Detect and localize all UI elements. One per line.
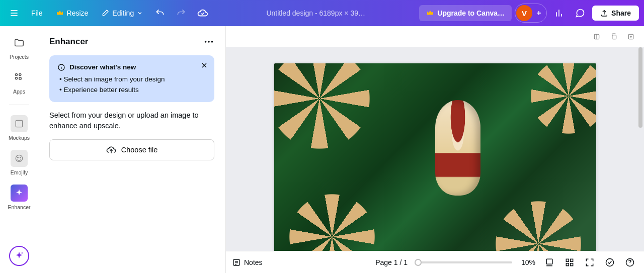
magic-fab[interactable] — [9, 246, 29, 266]
bar-chart-icon — [554, 8, 564, 18]
undo-icon — [155, 8, 165, 18]
choose-file-button[interactable]: Choose file — [49, 139, 214, 160]
svg-point-16 — [20, 157, 21, 158]
analytics-button[interactable] — [550, 5, 568, 21]
main-area: Projects Apps Mockups Emojify Enhancer — [0, 26, 644, 273]
vertical-scrollbar[interactable] — [638, 47, 643, 273]
file-menu[interactable]: File — [26, 6, 48, 20]
comments-button[interactable] — [571, 5, 589, 21]
svg-rect-13 — [16, 120, 22, 127]
scrollbar-thumb[interactable] — [638, 47, 642, 128]
zoom-slider[interactable] — [417, 261, 512, 263]
panel-description: Select from your design or upload an ima… — [49, 110, 214, 131]
grid-view-icon[interactable] — [565, 257, 575, 267]
nav-label: Apps — [13, 88, 25, 95]
ellipsis-icon — [203, 36, 214, 47]
choose-file-label: Choose file — [121, 146, 158, 154]
notes-label: Notes — [244, 258, 263, 266]
speech-bubble-icon — [575, 8, 585, 18]
info-bullet: • Select an image from your design — [59, 74, 206, 84]
svg-rect-37 — [546, 259, 552, 264]
redo-icon — [176, 8, 186, 18]
canvas-viewport[interactable] — [226, 47, 644, 251]
notes-button[interactable]: Notes — [232, 258, 263, 267]
emoji-icon — [14, 153, 24, 163]
hamburger-icon — [9, 8, 19, 18]
zoom-slider-thumb[interactable] — [415, 259, 422, 266]
nav-label: Projects — [10, 54, 29, 60]
upgrade-pill[interactable]: Upgrade to Canva… — [419, 5, 512, 21]
lock-aspect-icon[interactable] — [593, 33, 601, 41]
nav-label: Enhancer — [8, 204, 31, 210]
svg-rect-39 — [566, 259, 569, 261]
add-page-icon[interactable] — [627, 33, 635, 41]
cloud-sync-button[interactable] — [193, 5, 212, 22]
pencil-icon — [101, 9, 109, 17]
svg-rect-12 — [19, 77, 21, 79]
upgrade-label: Upgrade to Canva… — [437, 9, 505, 17]
add-collaborator-button[interactable] — [532, 7, 545, 20]
editing-dropdown[interactable]: Editing — [96, 6, 148, 20]
svg-rect-41 — [566, 263, 569, 265]
sparkle-icon — [14, 251, 24, 261]
page-indicator[interactable]: Page 1 / 1 — [375, 258, 408, 266]
nav-item-apps[interactable]: Apps — [4, 69, 34, 95]
svg-point-10 — [19, 73, 21, 75]
straw-star-ornament — [531, 63, 596, 134]
upload-icon — [600, 9, 608, 17]
cloud-check-icon — [197, 8, 208, 19]
chevron-down-icon — [137, 10, 143, 16]
info-icon — [57, 63, 65, 71]
crown-icon — [426, 9, 434, 17]
crown-icon — [56, 9, 64, 17]
zoom-level[interactable]: 10% — [521, 258, 535, 266]
straw-star-ornament — [496, 201, 581, 251]
apps-icon — [14, 72, 25, 83]
plus-icon — [535, 10, 542, 17]
svg-point-43 — [606, 258, 614, 266]
collaborators-pill: V — [515, 4, 547, 23]
undo-button[interactable] — [151, 5, 169, 21]
redo-button[interactable] — [172, 5, 190, 21]
design-title[interactable]: Untitled design - 6189px × 39… — [215, 9, 416, 17]
nav-item-enhancer[interactable]: Enhancer — [4, 185, 34, 210]
info-heading: Discover what's new — [69, 62, 136, 72]
info-bullet: • Experience better results — [59, 85, 206, 95]
panel-more-button[interactable] — [203, 36, 214, 47]
canvas-area: Notes Page 1 / 1 10% — [226, 26, 644, 273]
nav-label: Emojify — [11, 169, 28, 175]
nav-divider — [9, 105, 29, 105]
info-close-button[interactable] — [200, 61, 208, 69]
svg-rect-29 — [612, 35, 616, 39]
check-circle-icon[interactable] — [605, 257, 615, 267]
svg-point-9 — [15, 73, 17, 75]
straw-star-ornament — [274, 63, 370, 149]
avatar[interactable]: V — [516, 5, 532, 21]
nav-item-mockups[interactable]: Mockups — [4, 115, 34, 141]
page-list-icon[interactable] — [544, 257, 554, 267]
svg-point-11 — [15, 77, 17, 79]
resize-label: Resize — [67, 9, 89, 17]
svg-rect-42 — [571, 263, 573, 265]
nav-item-emojify[interactable]: Emojify — [4, 150, 34, 175]
enhancer-panel: Enhancer Discover what's new • Select an… — [38, 26, 226, 273]
svg-point-18 — [205, 41, 207, 43]
nav-label: Mockups — [9, 135, 30, 141]
design-page[interactable] — [274, 63, 596, 251]
svg-point-20 — [211, 41, 213, 43]
svg-rect-40 — [571, 259, 573, 261]
share-button[interactable]: Share — [592, 6, 639, 21]
help-icon[interactable] — [625, 257, 635, 267]
discover-info-box: Discover what's new • Select an image fr… — [49, 55, 214, 102]
canvas-page-actions — [226, 26, 644, 47]
resize-button[interactable]: Resize — [51, 6, 94, 20]
nav-item-projects[interactable]: Projects — [4, 34, 34, 60]
editing-label: Editing — [112, 9, 134, 17]
sparkle-icon — [15, 189, 24, 198]
duplicate-page-icon[interactable] — [610, 33, 618, 41]
svg-point-15 — [18, 157, 19, 158]
nav-rail: Projects Apps Mockups Emojify Enhancer — [0, 26, 38, 273]
menu-button[interactable] — [5, 5, 23, 21]
fullscreen-icon[interactable] — [585, 257, 595, 267]
bottom-bar: Notes Page 1 / 1 10% — [226, 251, 644, 273]
